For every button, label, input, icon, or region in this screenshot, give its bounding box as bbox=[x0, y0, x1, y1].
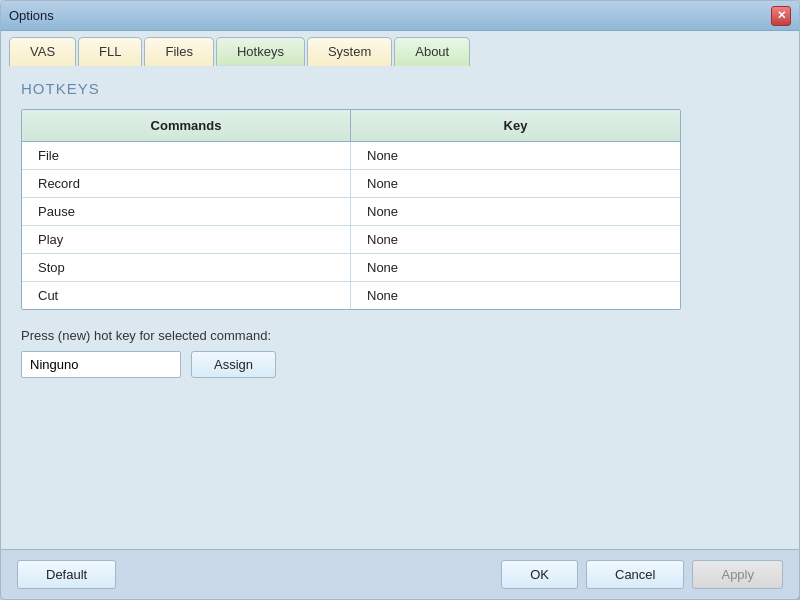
tab-vas[interactable]: VAS bbox=[9, 37, 76, 66]
tab-fll[interactable]: FLL bbox=[78, 37, 142, 66]
tab-about[interactable]: About bbox=[394, 37, 470, 66]
hotkey-input[interactable] bbox=[21, 351, 181, 378]
table-header: Commands Key bbox=[22, 110, 680, 142]
command-file: File bbox=[22, 142, 351, 169]
command-record: Record bbox=[22, 170, 351, 197]
command-play: Play bbox=[22, 226, 351, 253]
command-pause: Pause bbox=[22, 198, 351, 225]
options-window: Options ✕ VAS FLL Files Hotkeys System A… bbox=[0, 0, 800, 600]
table-row[interactable]: Play None bbox=[22, 226, 680, 254]
apply-button[interactable]: Apply bbox=[692, 560, 783, 589]
key-play: None bbox=[351, 226, 680, 253]
window-title: Options bbox=[9, 8, 54, 23]
table-row[interactable]: File None bbox=[22, 142, 680, 170]
bottom-right: OK Cancel Apply bbox=[501, 560, 783, 589]
table-row[interactable]: Stop None bbox=[22, 254, 680, 282]
bottom-left: Default bbox=[17, 560, 116, 589]
col-key-header: Key bbox=[351, 110, 680, 141]
command-stop: Stop bbox=[22, 254, 351, 281]
hotkeys-table: Commands Key File None Record None Pause… bbox=[21, 109, 681, 310]
table-row[interactable]: Record None bbox=[22, 170, 680, 198]
title-bar: Options ✕ bbox=[1, 1, 799, 31]
tab-hotkeys[interactable]: Hotkeys bbox=[216, 37, 305, 66]
hotkey-input-label: Press (new) hot key for selected command… bbox=[21, 328, 779, 343]
key-file: None bbox=[351, 142, 680, 169]
table-row[interactable]: Pause None bbox=[22, 198, 680, 226]
close-button[interactable]: ✕ bbox=[771, 6, 791, 26]
tabs-row: VAS FLL Files Hotkeys System About bbox=[1, 31, 799, 66]
key-record: None bbox=[351, 170, 680, 197]
tab-system[interactable]: System bbox=[307, 37, 392, 66]
default-button[interactable]: Default bbox=[17, 560, 116, 589]
key-cut: None bbox=[351, 282, 680, 309]
hotkey-input-row: Assign bbox=[21, 351, 779, 378]
key-pause: None bbox=[351, 198, 680, 225]
section-title: HOTKEYS bbox=[21, 80, 779, 97]
col-commands-header: Commands bbox=[22, 110, 351, 141]
key-stop: None bbox=[351, 254, 680, 281]
bottom-bar: Default OK Cancel Apply bbox=[1, 549, 799, 599]
cancel-button[interactable]: Cancel bbox=[586, 560, 684, 589]
ok-button[interactable]: OK bbox=[501, 560, 578, 589]
assign-button[interactable]: Assign bbox=[191, 351, 276, 378]
content-area: HOTKEYS Commands Key File None Record No… bbox=[1, 66, 799, 549]
tab-files[interactable]: Files bbox=[144, 37, 213, 66]
table-row[interactable]: Cut None bbox=[22, 282, 680, 309]
command-cut: Cut bbox=[22, 282, 351, 309]
